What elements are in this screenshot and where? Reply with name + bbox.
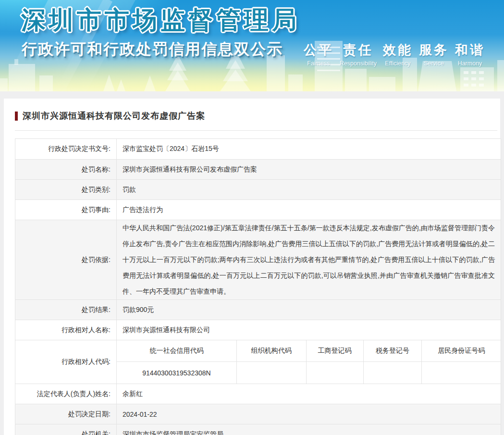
row-value: 2024-01-22 [116, 404, 501, 424]
title-accent-bar [15, 112, 18, 121]
row-value: 余新红 [116, 384, 501, 404]
codes-value [364, 362, 422, 384]
table-row-penalty-authority: 处罚机关: 深圳市市场监督管理局宝安监管局 [15, 424, 501, 435]
row-label: 处罚机关: [15, 424, 116, 435]
banner-motto-list: 公平 Faimess 责任 Responsibility 效能 Efficien… [304, 41, 485, 67]
penalty-info-table: 行政处罚决定书文号: 深市监宝处罚〔2024〕石岩15号 处罚名称: 深圳市兴源… [15, 138, 501, 435]
motto-en: Service [424, 60, 444, 67]
row-value: 深圳市市场监督管理局宝安监管局 [116, 424, 501, 435]
table-row-party-codes: 行政相对人代码: 统一社会信用代码 91440300319532308N 组织机… [15, 340, 501, 384]
row-value: 深圳市兴源恒通科技有限公司发布虚假广告案 [116, 160, 501, 179]
motto-item: 服务 Service [419, 41, 449, 67]
table-row-party-name: 行政相对人名称: 深圳市兴源恒通科技有限公司 [15, 320, 501, 340]
row-value: 罚款 [116, 180, 501, 199]
codes-value: 91440300319532308N [117, 362, 236, 384]
motto-en: Faimess [307, 60, 330, 67]
row-value: 中华人民共和国广告法(2021修正)/第五章法律责任/第五十五条/第一款违反本法… [116, 220, 501, 299]
codes-column-credit-code: 统一社会信用代码 91440300319532308N [116, 340, 236, 384]
table-row-penalty-name: 处罚名称: 深圳市兴源恒通科技有限公司发布虚假广告案 [15, 159, 501, 179]
row-label: 处罚类别: [15, 180, 116, 199]
title-divider [15, 130, 497, 131]
motto-cn: 服务 [419, 41, 449, 59]
row-value: 深圳市兴源恒通科技有限公司 [116, 320, 501, 340]
motto-cn: 责任 [343, 41, 373, 59]
table-row-penalty-reason: 处罚事由: 广告违法行为 [15, 199, 501, 220]
site-banner: 深圳市市场监督管理局 行政许可和行政处罚信用信息双公示 公平 Faimess 责… [0, 0, 504, 91]
codes-column-tax-reg: 税务登记号 [363, 340, 422, 384]
row-label: 行政相对人代码: [15, 340, 116, 384]
motto-item: 和谐 Harmony [455, 41, 485, 67]
case-title-block: 深圳市兴源恒通科技有限公司发布虚假广告案 [11, 110, 497, 122]
row-label: 行政处罚决定书文号: [15, 139, 116, 159]
motto-en: Efficiency [385, 60, 410, 67]
codes-column-id-number: 居民身份证号码 [421, 340, 501, 384]
content-card: 深圳市兴源恒通科技有限公司发布虚假广告案 行政处罚决定书文号: 深市监宝处罚〔2… [4, 99, 500, 435]
row-label: 处罚依据: [15, 220, 116, 299]
row-label: 处罚决定日期: [15, 404, 116, 424]
codes-value [307, 362, 363, 384]
codes-subtable: 统一社会信用代码 91440300319532308N 组织机构代码 工商登记码… [116, 340, 501, 384]
motto-en: Responsibility [340, 60, 377, 67]
codes-header: 税务登记号 [364, 340, 422, 362]
case-title: 深圳市兴源恒通科技有限公司发布虚假广告案 [23, 110, 205, 122]
row-value: 广告违法行为 [116, 200, 501, 220]
table-row-penalty-basis: 处罚依据: 中华人民共和国广告法(2021修正)/第五章法律责任/第五十五条/第… [15, 220, 501, 299]
motto-item: 效能 Efficiency [383, 41, 413, 67]
codes-header: 工商登记码 [307, 340, 363, 362]
motto-item: 责任 Responsibility [340, 41, 377, 67]
codes-column-business-reg: 工商登记码 [306, 340, 363, 384]
row-label: 行政相对人名称: [15, 320, 116, 340]
row-label: 法定代表人(负责人)姓名: [15, 384, 116, 404]
motto-cn: 公平 [304, 41, 333, 59]
motto-cn: 和谐 [455, 41, 485, 59]
table-row-decision-date: 处罚决定日期: 2024-01-22 [15, 404, 501, 424]
row-label: 处罚事由: [15, 200, 116, 220]
row-value: 深市监宝处罚〔2024〕石岩15号 [116, 139, 501, 159]
page: 深圳市市场监督管理局 行政许可和行政处罚信用信息双公示 公平 Faimess 责… [0, 0, 504, 435]
motto-cn: 效能 [383, 41, 413, 59]
table-row-penalty-category: 处罚类别: 罚款 [15, 179, 501, 199]
codes-header: 统一社会信用代码 [117, 340, 236, 362]
codes-value [422, 362, 501, 384]
table-row-legal-representative: 法定代表人(负责人)姓名: 余新红 [15, 384, 501, 404]
codes-column-org-code: 组织机构代码 [236, 340, 306, 384]
row-label: 处罚名称: [15, 160, 116, 179]
banner-subtitle: 行政许可和行政处罚信用信息双公示 [22, 39, 283, 60]
table-row-decision-number: 行政处罚决定书文号: 深市监宝处罚〔2024〕石岩15号 [15, 139, 501, 159]
codes-header: 居民身份证号码 [422, 340, 501, 362]
motto-item: 公平 Faimess [304, 41, 333, 67]
site-title: 深圳市市场监督管理局 [21, 4, 300, 37]
row-label: 处罚结果: [15, 300, 116, 320]
motto-en: Harmony [458, 60, 482, 67]
codes-header: 组织机构代码 [237, 340, 306, 362]
codes-value [237, 362, 306, 384]
row-value: 罚款900元 [116, 300, 501, 320]
table-row-penalty-result: 处罚结果: 罚款900元 [15, 299, 501, 320]
